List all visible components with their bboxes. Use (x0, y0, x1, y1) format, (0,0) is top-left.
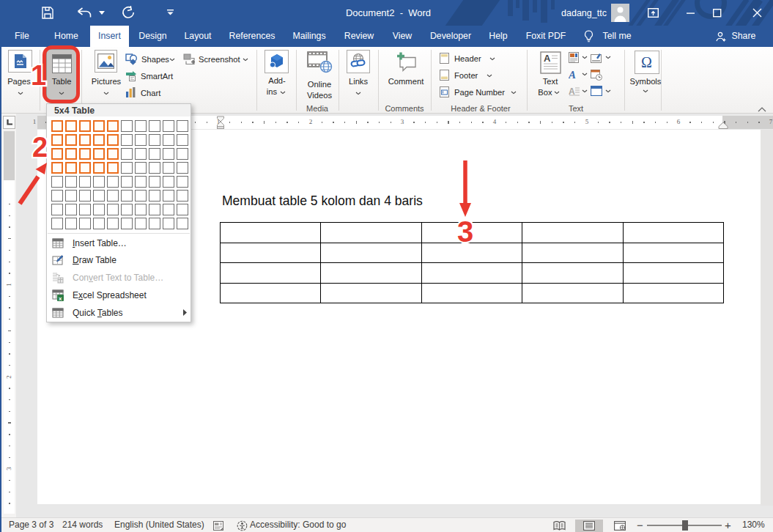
svg-text:Ω: Ω (641, 54, 652, 70)
svg-text:x: x (59, 295, 62, 302)
svg-text:A: A (569, 69, 576, 80)
svg-text:2: 2 (32, 132, 48, 161)
svg-text:1: 1 (31, 60, 46, 89)
svg-text:3: 3 (457, 215, 473, 246)
svg-text:A: A (544, 53, 551, 64)
